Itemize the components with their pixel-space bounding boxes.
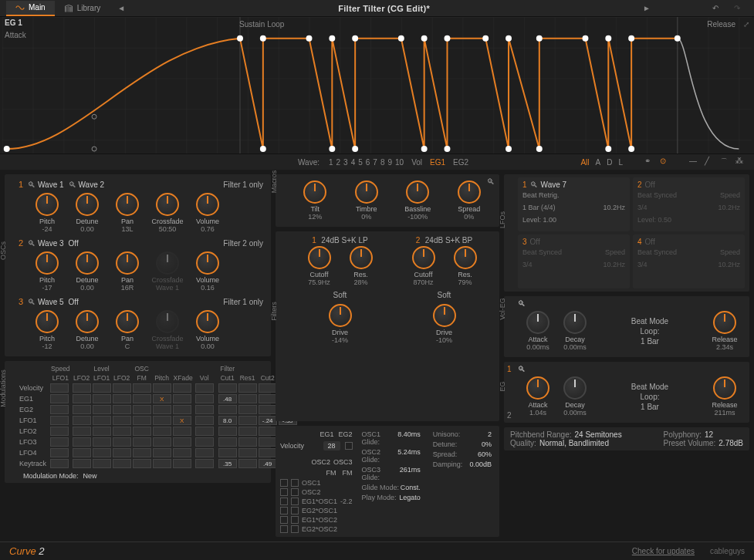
filter2-cutoff-knob[interactable]: Cutoff870Hz [404, 246, 443, 286]
mod-LFO2-LFO1[interactable] [93, 427, 111, 436]
osc3-volume-knob[interactable]: Volume0.00 [188, 310, 227, 350]
mod-EG1-FM[interactable] [133, 394, 151, 403]
mod-Velocity-LFO2[interactable] [73, 383, 91, 393]
envelope-display[interactable]: EG 1 Attack Sustain Loop Release ⤢ [0, 17, 754, 154]
mod-LFO3-XFade[interactable] [173, 437, 191, 447]
wave-eg1[interactable]: EG1 [428, 158, 447, 167]
mod-LFO1-XFade[interactable]: X [173, 416, 191, 425]
osc1-filter[interactable]: Filter 1 only [223, 180, 266, 189]
mod-EG2-Cut2[interactable] [259, 405, 277, 414]
fm-EG1*OSC2-chk1[interactable] [280, 516, 288, 524]
mod-LFO3-FM[interactable] [133, 437, 151, 447]
pitchbend-value[interactable]: 24 Semitones [575, 430, 622, 439]
mod-EG1-LFO1[interactable] [50, 394, 69, 403]
mod-Velocity-LFO1[interactable] [50, 383, 69, 393]
mod-Velocity-Cut1[interactable] [218, 383, 237, 393]
tool-ramp-icon[interactable]: ╱ [705, 157, 715, 167]
mod-Velocity-Res1[interactable] [238, 383, 257, 393]
mod-EG2-LFO1[interactable] [93, 405, 111, 414]
osc3-wave1[interactable]: 🔍︎ Wave 5 [28, 298, 64, 306]
mod-EG1-Res1[interactable] [238, 394, 257, 403]
osc1-wave2[interactable]: 🔍︎ Wave 2 [69, 180, 105, 189]
osc2-pan-knob[interactable]: Pan16R [108, 251, 147, 292]
mod-LFO4-LFO2[interactable] [113, 448, 131, 457]
osc3-detune-knob[interactable]: Detune0.00 [68, 310, 107, 350]
mod-Velocity-LFO2[interactable] [113, 383, 131, 393]
osc2-wave1[interactable]: 🔍︎ Wave 3 [28, 239, 64, 248]
wave-slot-7[interactable]: 7 [371, 158, 379, 167]
fm-EG2*OSC2-chk2[interactable] [291, 525, 299, 533]
wave-slot-6[interactable]: 6 [364, 158, 372, 167]
osc1-pitch-knob[interactable]: Pitch-24 [28, 193, 66, 233]
check-updates-link[interactable]: Check for updates [632, 547, 695, 555]
mod-EG2-XFade[interactable] [173, 405, 191, 414]
mod-LFO2-Res1[interactable] [238, 427, 257, 436]
eg1-attack-knob[interactable]: Attack1.04s [521, 376, 555, 417]
tool-random-icon[interactable]: ⁂ [735, 157, 746, 167]
fm-EG1*OSC1-chk1[interactable] [280, 498, 288, 505]
setting-Spread:[interactable]: 60% [478, 450, 492, 458]
mod-Keytrack-LFO1[interactable] [50, 459, 69, 468]
preset-volume-value[interactable]: 2.78dB [718, 439, 743, 447]
eg-search-icon[interactable]: 🔍︎ [518, 365, 526, 373]
mod-LFO3-Cut1[interactable] [218, 437, 237, 447]
tool-curve-icon[interactable]: ⌒ [720, 157, 731, 167]
preset-prev[interactable]: ◄ [110, 4, 133, 12]
setting-OSC3 Glide:[interactable]: 261ms [400, 466, 421, 481]
mod-Keytrack-LFO2[interactable] [113, 459, 131, 468]
link-icon[interactable]: ⚭ [644, 157, 655, 167]
mod-LFO4-XFade[interactable] [173, 448, 191, 457]
mod-Keytrack-Pitch[interactable] [153, 459, 171, 468]
mod-LFO3-LFO1[interactable] [50, 437, 69, 447]
mod-EG1-XFade[interactable] [173, 394, 191, 403]
setting-Detune:[interactable]: 0% [482, 440, 492, 448]
wave-slot-2[interactable]: 2 [335, 158, 343, 167]
env-filter-d[interactable]: D [604, 158, 615, 167]
velocity-value[interactable]: 28 [323, 441, 340, 450]
mod-LFO1-LFO1[interactable] [93, 416, 111, 425]
fm-EG1*OSC1-chk2[interactable] [291, 498, 299, 505]
fm-OSC1-chk2[interactable] [291, 479, 299, 487]
mod-LFO3-LFO2[interactable] [73, 437, 91, 447]
mod-EG2-LFO2[interactable] [73, 405, 91, 414]
mod-Velocity-Vol[interactable] [195, 383, 214, 393]
wave-slot-4[interactable]: 4 [350, 158, 357, 167]
setting-OSC1 Glide:[interactable]: 8.40ms [397, 430, 421, 446]
osc1-volume-knob[interactable]: Volume0.76 [188, 193, 227, 233]
mod-Keytrack-Res1[interactable] [238, 459, 257, 468]
mod-LFO4-Pitch[interactable] [153, 448, 171, 457]
mod-LFO3-Vol[interactable] [195, 437, 214, 447]
filter2-type[interactable]: 24dB S+K BP [425, 236, 472, 245]
mod-LFO4-LFO1[interactable] [93, 448, 111, 457]
mod-LFO1-LFO2[interactable] [113, 416, 131, 425]
filter2-drive-knob[interactable]: Drive-10% [425, 304, 464, 344]
osc1-detune-knob[interactable]: Detune0.00 [68, 193, 107, 233]
preset-next[interactable]: ► [635, 4, 658, 12]
setting-OSC2 Glide:[interactable]: 5.24ms [397, 448, 421, 464]
setting-Unisono:[interactable]: 2 [488, 430, 492, 438]
lfo3-cell[interactable]: 3 Off Beat SyncedSpeed 3/410.2Hz [518, 234, 630, 288]
fm-EG2*OSC2-chk1[interactable] [280, 525, 288, 533]
osc3-pitch-knob[interactable]: Pitch-12 [28, 310, 66, 350]
mod-LFO4-Res1[interactable] [238, 448, 257, 457]
filter1-res-knob[interactable]: Res.28% [342, 246, 380, 286]
fm-OSC2-chk2[interactable] [291, 488, 299, 496]
mod-Velocity-XFade[interactable] [173, 383, 191, 393]
polyphony-value[interactable]: 12 [705, 430, 713, 439]
velocity-eg2-check[interactable] [345, 442, 353, 450]
envelope-curve[interactable] [0, 17, 754, 153]
mod-Keytrack-Vol[interactable] [195, 459, 214, 468]
mod-LFO2-Pitch[interactable] [153, 427, 171, 436]
magnet-icon[interactable]: ⊙ [660, 157, 671, 167]
tab-main[interactable]: Main [6, 1, 55, 16]
osc1-pan-knob[interactable]: Pan13L [108, 193, 147, 233]
mod-Velocity-Cut2[interactable] [259, 383, 277, 393]
env-filter-a[interactable]: A [593, 158, 604, 167]
redo-button[interactable]: ↷ [726, 4, 748, 12]
mod-LFO2-LFO1[interactable] [50, 427, 69, 436]
expand-icon[interactable]: ⤢ [743, 20, 749, 29]
env-filter-l[interactable]: L [615, 158, 626, 167]
osc2-pitch-knob[interactable]: Pitch-17 [28, 251, 66, 292]
wave-slot-10[interactable]: 10 [394, 158, 405, 167]
mod-LFO2-Vol[interactable] [195, 427, 214, 436]
